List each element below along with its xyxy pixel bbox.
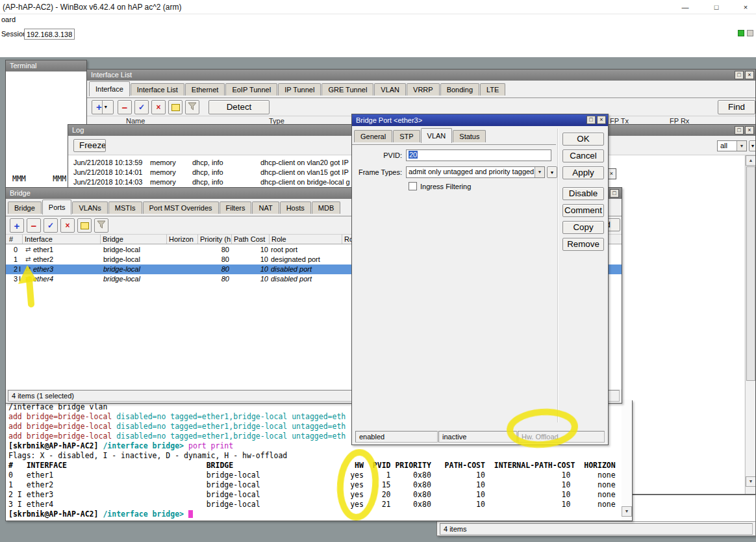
enable-port-button[interactable]: ✓ (44, 218, 58, 233)
tab-vlan[interactable]: VLAN (374, 83, 406, 96)
disable-port-button[interactable]: × (60, 218, 75, 233)
tab-interface-list[interactable]: Interface List (131, 83, 184, 96)
console-line: # INTERFACE BRIDGE HW PVID PRIORITY PATH… (8, 461, 616, 471)
row-number: 0 (7, 245, 18, 255)
ingress-filtering-label: Ingress Filtering (420, 183, 471, 190)
add-port-button[interactable]: + (10, 218, 24, 233)
column-header-horizon[interactable]: Horizon (167, 235, 198, 244)
port-icon: ⇄ (25, 254, 33, 264)
close-button[interactable]: × (736, 2, 755, 13)
tab-mstis[interactable]: MSTIs (108, 201, 142, 214)
filter-button[interactable] (185, 100, 199, 114)
interface-list-close-button[interactable]: × (745, 71, 754, 79)
terminal-titlebar[interactable]: Terminal (6, 60, 86, 71)
status-enabled: enabled (355, 431, 438, 443)
interface-find-button[interactable]: Find (718, 100, 755, 114)
column-header-role[interactable]: Role (270, 235, 342, 244)
tab-stp[interactable]: STP (393, 130, 420, 142)
interface-list-restore-button[interactable]: □ (735, 71, 744, 79)
log-close-button[interactable]: × (745, 126, 754, 135)
log-scrollbar[interactable]: ▲ ▼ (745, 155, 755, 494)
log-filter-arrow-icon[interactable]: ▼ (737, 141, 746, 151)
bridge-port-titlebar[interactable]: Bridge Port <ether3> □ × (352, 114, 608, 126)
log-restore-button[interactable]: □ (735, 126, 744, 135)
freeze-button[interactable]: Freeze (73, 139, 106, 152)
tab-lte[interactable]: LTE (480, 83, 505, 96)
row-flags (19, 245, 25, 255)
pvid-field[interactable]: 20 (406, 149, 551, 161)
comment-button[interactable]: Comment (562, 204, 604, 217)
cancel-button[interactable]: Cancel (562, 149, 604, 162)
tab-filters[interactable]: Filters (220, 201, 252, 214)
log-time: Jun/21/2018 10:14:03 (73, 177, 149, 187)
port-comment-button[interactable] (77, 218, 92, 233)
console-scroll-down-button[interactable]: ▼ (622, 506, 632, 517)
bridge-title: Bridge (10, 189, 31, 197)
tab-vlan[interactable]: VLAN (421, 128, 453, 143)
log-scrollbar-thumb[interactable] (746, 166, 755, 381)
port-filter-button[interactable] (94, 218, 108, 233)
column-header-priority-h[interactable]: Priority (h (198, 235, 232, 244)
tab-bridge[interactable]: Bridge (8, 201, 42, 214)
column-header-path-cost[interactable]: Path Cost (232, 235, 270, 244)
bridge-restore-button[interactable]: □ (610, 189, 619, 198)
remove-button[interactable]: Remove (562, 238, 604, 251)
app-titlebar[interactable]: (AP-hAP-AC2) - WinBox v6.42.4 on hAP ac^… (0, 0, 756, 14)
bridge-name: bridge-local (103, 274, 166, 284)
log-scroll-up-button[interactable]: ▲ (746, 155, 756, 166)
console-scrollbar[interactable]: ▼ (622, 400, 632, 521)
tab-ports[interactable]: Ports (42, 200, 72, 214)
disable-interface-button[interactable]: × (151, 100, 166, 114)
column-header-bridge[interactable]: Bridge (101, 235, 167, 244)
log-topics: dhcp, info (192, 158, 258, 168)
tab-ip-tunnel[interactable]: IP Tunnel (278, 83, 321, 96)
frame-types-value: admit only untagged and priority tagged (409, 168, 534, 175)
plus-icon: + (14, 220, 20, 231)
enable-interface-button[interactable]: ✓ (134, 100, 149, 114)
maximize-button[interactable]: □ (707, 2, 726, 13)
comment-button[interactable] (168, 100, 183, 114)
dialog-close-button[interactable]: × (597, 116, 606, 124)
frame-types-arrow-icon[interactable]: ▼ (535, 167, 544, 177)
frame-types-select[interactable]: admit only untagged and priority tagged … (406, 166, 545, 178)
disable-button[interactable]: Disable (562, 187, 604, 200)
copy-button[interactable]: Copy (562, 221, 604, 234)
dialog-restore-button[interactable]: □ (586, 116, 596, 124)
tab-gre-tunnel[interactable]: GRE Tunnel (321, 83, 373, 96)
interface-list-titlebar[interactable]: Interface List □ × (87, 70, 755, 81)
role-value: root port (271, 245, 355, 255)
tab-vrrp[interactable]: VRRP (407, 83, 440, 96)
session-input[interactable] (24, 29, 75, 40)
log-filter-select[interactable]: all ▼ (717, 140, 747, 151)
ingress-filtering-checkbox[interactable] (409, 182, 417, 190)
tab-vlans[interactable]: VLANs (72, 201, 107, 214)
log-scroll-down-button[interactable]: ▼ (746, 476, 756, 487)
tab-bonding[interactable]: Bonding (440, 83, 479, 96)
column-header-[interactable]: # (7, 235, 23, 244)
path-cost-value: 10 (232, 245, 268, 255)
tab-ethernet[interactable]: Ethernet (185, 83, 225, 96)
tab-interface[interactable]: Interface (89, 81, 130, 96)
tab-eoip-tunnel[interactable]: EoIP Tunnel (225, 83, 277, 96)
remove-interface-button[interactable]: − (118, 100, 132, 114)
interface-name: ether2 (33, 255, 101, 265)
tab-status[interactable]: Status (453, 130, 486, 142)
minimize-button[interactable]: — (675, 2, 695, 13)
menu-item-partial[interactable]: oard (1, 16, 16, 23)
tab-hosts[interactable]: Hosts (280, 201, 311, 214)
tab-general[interactable]: General (354, 130, 392, 142)
interface-list-tabs: InterfaceInterface ListEthernetEoIP Tunn… (87, 81, 755, 98)
bridge-port-dialog: Bridge Port <ether3> □ × GeneralSTPVLANS… (351, 114, 609, 445)
apply-button[interactable]: Apply (562, 166, 604, 179)
tab-port-mst-overrides[interactable]: Port MST Overrides (143, 201, 219, 214)
column-header-interface[interactable]: Interface (23, 235, 101, 244)
add-interface-button[interactable]: +▾ (92, 100, 114, 114)
path-cost-value: 10 (232, 265, 268, 274)
tab-mdb[interactable]: MDB (312, 201, 340, 214)
remove-port-button[interactable]: − (27, 218, 41, 233)
tab-nat[interactable]: NAT (252, 201, 279, 214)
frame-types-expand-button[interactable]: ▼ (547, 166, 557, 178)
ok-button[interactable]: OK (562, 133, 604, 146)
log-filter-expand-button[interactable]: ▼ (749, 140, 756, 151)
detect-internet-button[interactable]: Detect Internet (208, 100, 270, 114)
